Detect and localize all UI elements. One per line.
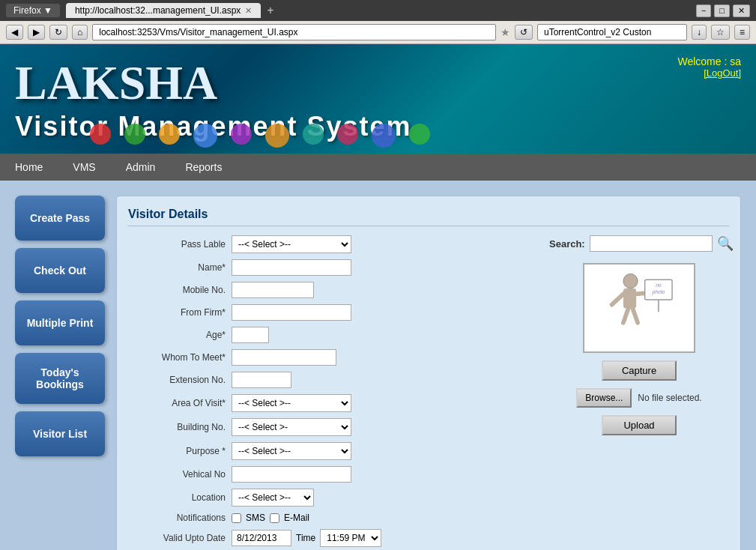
vehical-no-row: Vehical No: [128, 466, 534, 483]
refresh-button[interactable]: ↺: [515, 25, 533, 40]
building-no-row: Building No. --< Select >-: [128, 418, 534, 436]
photo-box: no photo: [583, 263, 695, 353]
email-label: E-Mail: [284, 513, 309, 523]
home-button[interactable]: ⌂: [72, 25, 88, 40]
svg-rect-2: [623, 288, 636, 308]
valid-upto-date-input[interactable]: 8/12/2013: [232, 530, 291, 546]
check-out-button[interactable]: Check Out: [15, 248, 105, 293]
nav-bar: Home VMS Admin Reports: [0, 154, 756, 181]
sms-label: SMS: [246, 513, 265, 523]
from-firm-input[interactable]: [232, 304, 351, 321]
sidebar: Create Pass Check Out Multiple Print Tod…: [15, 196, 105, 550]
circle-blue-2: [372, 124, 396, 148]
browser-toolbar: ◀ ▶ ↻ ⌂ ★ ↺ ↓ ☆ ≡: [0, 21, 756, 44]
circle-purple: [231, 124, 252, 145]
logout-link[interactable]: [LogOut]: [677, 67, 741, 79]
sms-checkbox[interactable]: [232, 513, 241, 523]
circle-green-2: [409, 124, 430, 145]
nav-home[interactable]: Home: [0, 154, 58, 181]
age-input[interactable]: [232, 327, 269, 343]
building-no-select[interactable]: --< Select >-: [232, 418, 351, 436]
svg-point-1: [623, 274, 638, 288]
browse-button[interactable]: Browse...: [576, 388, 632, 408]
browser-chrome: Firefox ▼ http://localhost:32...manageme…: [0, 0, 756, 44]
address-bar[interactable]: [92, 24, 496, 40]
valid-upto-datetime: 8/12/2013 Time 11:59 PM: [232, 529, 381, 547]
pass-lable-select[interactable]: --< Select >--: [232, 235, 351, 253]
circle-green: [124, 124, 145, 145]
pass-lable-label: Pass Lable: [128, 239, 226, 250]
create-pass-button[interactable]: Create Pass: [15, 196, 105, 241]
logo-text: LAKSHA: [15, 55, 412, 111]
form-layout: Pass Lable --< Select >-- Name* Mobile N…: [128, 235, 729, 550]
upload-button[interactable]: Upload: [602, 415, 677, 435]
form-panel: Visitor Details Pass Lable --< Select >-…: [116, 196, 741, 550]
browser-tab[interactable]: http://localhost:32...management_UI.aspx…: [66, 3, 261, 18]
nav-vms[interactable]: VMS: [58, 154, 110, 181]
new-tab-button[interactable]: +: [267, 4, 273, 17]
search-button[interactable]: 🔍: [717, 235, 734, 252]
whom-to-meet-label: Whom To Meet*: [128, 352, 226, 363]
svg-text:no: no: [656, 282, 662, 287]
purpose-row: Purpose * --< Select >--: [128, 442, 534, 460]
download-button[interactable]: ↓: [692, 25, 707, 40]
circle-teal: [303, 124, 324, 145]
form-fields: Pass Lable --< Select >-- Name* Mobile N…: [128, 235, 534, 550]
time-select[interactable]: 11:59 PM: [320, 529, 381, 547]
mobile-label: Mobile No.: [128, 285, 226, 295]
close-button[interactable]: ✕: [733, 4, 750, 17]
minimize-button[interactable]: −: [696, 4, 711, 17]
location-label: Location: [128, 492, 226, 503]
extension-row: Extension No.: [128, 372, 534, 388]
decorative-circles: [90, 124, 430, 148]
circle-orange: [159, 124, 180, 145]
building-no-label: Building No.: [128, 422, 226, 432]
search-label: Search:: [549, 238, 585, 250]
search-input[interactable]: [590, 235, 713, 252]
notifications-row: Notifications SMS E-Mail: [128, 513, 534, 523]
mobile-row: Mobile No.: [128, 282, 534, 298]
area-of-visit-label: Area Of Visit*: [128, 398, 226, 408]
purpose-select[interactable]: --< Select >--: [232, 442, 351, 460]
search-row: Search: 🔍: [549, 235, 729, 252]
location-row: Location --< Select >--: [128, 489, 534, 507]
forward-button[interactable]: ▶: [28, 25, 45, 40]
header-welcome: Welcome : sa [LogOut]: [677, 55, 741, 79]
reload-button[interactable]: ↻: [49, 25, 67, 40]
svg-rect-0: [603, 265, 675, 351]
circle-red: [90, 124, 111, 145]
tab-title: http://localhost:32...management_UI.aspx: [75, 5, 241, 16]
mobile-input[interactable]: [232, 282, 314, 298]
vehical-no-label: Vehical No: [128, 469, 226, 480]
name-input[interactable]: [232, 259, 351, 276]
menu-button[interactable]: ≡: [734, 25, 750, 40]
back-button[interactable]: ◀: [6, 25, 23, 40]
multiple-print-button[interactable]: Multiple Print: [15, 300, 105, 345]
visitor-list-button[interactable]: Visitor List: [15, 411, 105, 456]
browser-titlebar: Firefox ▼ http://localhost:32...manageme…: [0, 0, 756, 21]
no-photo-svg: no photo: [587, 265, 692, 351]
nav-admin[interactable]: Admin: [111, 154, 171, 181]
email-checkbox[interactable]: [270, 513, 279, 523]
time-label-text: Time: [296, 533, 315, 543]
welcome-text: Welcome : sa: [677, 55, 741, 67]
extension-input[interactable]: [232, 372, 291, 388]
area-of-visit-select[interactable]: --< Select >--: [232, 394, 351, 412]
maximize-button[interactable]: □: [714, 4, 730, 17]
panel-title: Visitor Details: [128, 208, 729, 226]
bookmark-button[interactable]: ☆: [711, 25, 730, 40]
right-panel: Search: 🔍: [549, 235, 729, 550]
circle-gold: [265, 124, 289, 148]
pass-lable-row: Pass Lable --< Select >--: [128, 235, 534, 253]
from-firm-label: From Firm*: [128, 307, 226, 318]
circle-blue-1: [193, 124, 217, 148]
vehical-no-input[interactable]: [232, 466, 351, 483]
browser-search-input[interactable]: [537, 24, 687, 40]
location-select[interactable]: --< Select >--: [232, 489, 314, 507]
todays-bookings-button[interactable]: Today's Bookings: [15, 353, 105, 404]
capture-button[interactable]: Capture: [602, 360, 677, 381]
nav-reports[interactable]: Reports: [170, 154, 237, 181]
whom-to-meet-input[interactable]: [232, 349, 336, 366]
no-file-text: No file selected.: [638, 393, 701, 403]
whom-to-meet-row: Whom To Meet*: [128, 349, 534, 366]
